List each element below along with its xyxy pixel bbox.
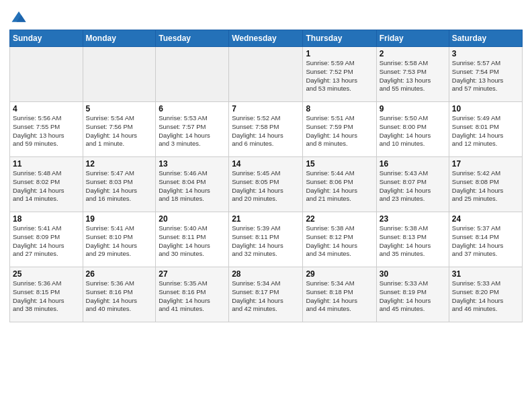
calendar-cell: 9Sunrise: 5:50 AM Sunset: 8:00 PM Daylig…	[376, 102, 449, 157]
calendar-header-saturday: Saturday	[449, 30, 522, 47]
day-info: Sunrise: 5:43 AM Sunset: 8:07 PM Dayligh…	[380, 169, 446, 203]
calendar-week-5: 25Sunrise: 5:36 AM Sunset: 8:15 PM Dayli…	[10, 267, 523, 322]
calendar-cell: 27Sunrise: 5:35 AM Sunset: 8:16 PM Dayli…	[156, 267, 229, 322]
day-number: 10	[452, 104, 519, 113]
day-info: Sunrise: 5:34 AM Sunset: 8:18 PM Dayligh…	[306, 279, 373, 314]
calendar-cell: 26Sunrise: 5:36 AM Sunset: 8:16 PM Dayli…	[83, 267, 156, 322]
calendar-cell: 17Sunrise: 5:42 AM Sunset: 8:08 PM Dayli…	[449, 157, 522, 212]
calendar-cell: 30Sunrise: 5:33 AM Sunset: 8:19 PM Dayli…	[376, 267, 449, 322]
calendar-header-monday: Monday	[83, 30, 156, 47]
day-number: 28	[232, 269, 300, 279]
day-info: Sunrise: 5:54 AM Sunset: 7:56 PM Dayligh…	[86, 114, 153, 148]
day-number: 23	[380, 214, 446, 224]
day-info: Sunrise: 5:49 AM Sunset: 8:01 PM Dayligh…	[452, 114, 519, 148]
day-info: Sunrise: 5:34 AM Sunset: 8:17 PM Dayligh…	[232, 279, 300, 314]
day-info: Sunrise: 5:39 AM Sunset: 8:11 PM Dayligh…	[232, 224, 300, 259]
calendar-header-thursday: Thursday	[303, 30, 376, 47]
day-info: Sunrise: 5:41 AM Sunset: 8:09 PM Dayligh…	[13, 224, 80, 259]
day-number: 27	[159, 269, 226, 279]
calendar-cell: 16Sunrise: 5:43 AM Sunset: 8:07 PM Dayli…	[376, 157, 449, 212]
calendar-header-tuesday: Tuesday	[156, 30, 229, 47]
logo	[9, 7, 31, 26]
day-number: 24	[452, 214, 519, 224]
day-number: 25	[13, 269, 80, 279]
day-number: 17	[452, 159, 519, 169]
day-number: 18	[13, 214, 80, 224]
calendar-cell: 11Sunrise: 5:48 AM Sunset: 8:02 PM Dayli…	[10, 157, 83, 212]
day-number: 19	[86, 214, 153, 224]
day-number: 5	[86, 104, 153, 113]
day-info: Sunrise: 5:57 AM Sunset: 7:54 PM Dayligh…	[452, 59, 519, 93]
day-number: 9	[380, 104, 446, 113]
day-info: Sunrise: 5:50 AM Sunset: 8:00 PM Dayligh…	[380, 114, 446, 148]
calendar-cell	[83, 47, 156, 102]
day-number: 8	[306, 104, 373, 113]
logo-icon	[9, 7, 28, 26]
calendar-cell: 19Sunrise: 5:41 AM Sunset: 8:10 PM Dayli…	[83, 212, 156, 267]
day-number: 30	[380, 269, 446, 279]
calendar-cell: 22Sunrise: 5:38 AM Sunset: 8:12 PM Dayli…	[303, 212, 376, 267]
calendar-cell: 15Sunrise: 5:44 AM Sunset: 8:06 PM Dayli…	[303, 157, 376, 212]
day-info: Sunrise: 5:33 AM Sunset: 8:19 PM Dayligh…	[380, 279, 446, 314]
calendar-cell: 28Sunrise: 5:34 AM Sunset: 8:17 PM Dayli…	[229, 267, 303, 322]
day-number: 31	[452, 269, 519, 279]
day-info: Sunrise: 5:46 AM Sunset: 8:04 PM Dayligh…	[159, 169, 226, 203]
calendar-cell: 20Sunrise: 5:40 AM Sunset: 8:11 PM Dayli…	[156, 212, 229, 267]
day-info: Sunrise: 5:38 AM Sunset: 8:12 PM Dayligh…	[306, 224, 373, 259]
calendar-cell: 21Sunrise: 5:39 AM Sunset: 8:11 PM Dayli…	[229, 212, 303, 267]
day-number: 4	[13, 104, 80, 113]
calendar-cell: 8Sunrise: 5:51 AM Sunset: 7:59 PM Daylig…	[303, 102, 376, 157]
calendar-cell: 4Sunrise: 5:56 AM Sunset: 7:55 PM Daylig…	[10, 102, 83, 157]
day-info: Sunrise: 5:53 AM Sunset: 7:57 PM Dayligh…	[159, 114, 226, 148]
day-info: Sunrise: 5:40 AM Sunset: 8:11 PM Dayligh…	[159, 224, 226, 259]
day-info: Sunrise: 5:59 AM Sunset: 7:52 PM Dayligh…	[306, 59, 373, 93]
day-info: Sunrise: 5:52 AM Sunset: 7:58 PM Dayligh…	[232, 114, 300, 148]
calendar-cell: 12Sunrise: 5:47 AM Sunset: 8:03 PM Dayli…	[83, 157, 156, 212]
calendar-week-4: 18Sunrise: 5:41 AM Sunset: 8:09 PM Dayli…	[10, 212, 523, 267]
calendar-cell	[10, 47, 83, 102]
day-info: Sunrise: 5:58 AM Sunset: 7:53 PM Dayligh…	[380, 59, 446, 93]
calendar: SundayMondayTuesdayWednesdayThursdayFrid…	[9, 30, 523, 322]
day-info: Sunrise: 5:42 AM Sunset: 8:08 PM Dayligh…	[452, 169, 519, 203]
day-number: 13	[159, 159, 226, 169]
day-info: Sunrise: 5:38 AM Sunset: 8:13 PM Dayligh…	[380, 224, 446, 259]
day-number: 20	[159, 214, 226, 224]
day-info: Sunrise: 5:56 AM Sunset: 7:55 PM Dayligh…	[13, 114, 80, 148]
day-number: 14	[232, 159, 300, 169]
day-info: Sunrise: 5:33 AM Sunset: 8:20 PM Dayligh…	[452, 279, 519, 314]
calendar-week-1: 1Sunrise: 5:59 AM Sunset: 7:52 PM Daylig…	[10, 47, 523, 102]
calendar-header-sunday: Sunday	[10, 30, 83, 47]
calendar-cell: 24Sunrise: 5:37 AM Sunset: 8:14 PM Dayli…	[449, 212, 522, 267]
day-info: Sunrise: 5:37 AM Sunset: 8:14 PM Dayligh…	[452, 224, 519, 259]
day-info: Sunrise: 5:36 AM Sunset: 8:15 PM Dayligh…	[13, 279, 80, 314]
page: SundayMondayTuesdayWednesdayThursdayFrid…	[0, 0, 532, 411]
day-info: Sunrise: 5:47 AM Sunset: 8:03 PM Dayligh…	[86, 169, 153, 203]
calendar-week-3: 11Sunrise: 5:48 AM Sunset: 8:02 PM Dayli…	[10, 157, 523, 212]
day-number: 11	[13, 159, 80, 169]
calendar-cell: 6Sunrise: 5:53 AM Sunset: 7:57 PM Daylig…	[156, 102, 229, 157]
day-info: Sunrise: 5:44 AM Sunset: 8:06 PM Dayligh…	[306, 169, 373, 203]
calendar-cell	[156, 47, 229, 102]
day-number: 1	[306, 49, 373, 58]
calendar-cell	[229, 47, 303, 102]
calendar-cell: 7Sunrise: 5:52 AM Sunset: 7:58 PM Daylig…	[229, 102, 303, 157]
calendar-header-wednesday: Wednesday	[229, 30, 303, 47]
day-info: Sunrise: 5:51 AM Sunset: 7:59 PM Dayligh…	[306, 114, 373, 148]
day-info: Sunrise: 5:48 AM Sunset: 8:02 PM Dayligh…	[13, 169, 80, 203]
calendar-header-friday: Friday	[376, 30, 449, 47]
calendar-cell: 3Sunrise: 5:57 AM Sunset: 7:54 PM Daylig…	[449, 47, 522, 102]
calendar-cell: 25Sunrise: 5:36 AM Sunset: 8:15 PM Dayli…	[10, 267, 83, 322]
header	[9, 7, 523, 26]
calendar-cell: 13Sunrise: 5:46 AM Sunset: 8:04 PM Dayli…	[156, 157, 229, 212]
day-number: 15	[306, 159, 373, 169]
day-number: 3	[452, 49, 519, 58]
day-info: Sunrise: 5:45 AM Sunset: 8:05 PM Dayligh…	[232, 169, 300, 203]
day-number: 29	[306, 269, 373, 279]
day-number: 7	[232, 104, 300, 113]
day-number: 6	[159, 104, 226, 113]
day-info: Sunrise: 5:35 AM Sunset: 8:16 PM Dayligh…	[159, 279, 226, 314]
calendar-cell: 10Sunrise: 5:49 AM Sunset: 8:01 PM Dayli…	[449, 102, 522, 157]
day-number: 16	[380, 159, 446, 169]
calendar-cell: 2Sunrise: 5:58 AM Sunset: 7:53 PM Daylig…	[376, 47, 449, 102]
day-info: Sunrise: 5:36 AM Sunset: 8:16 PM Dayligh…	[86, 279, 153, 314]
